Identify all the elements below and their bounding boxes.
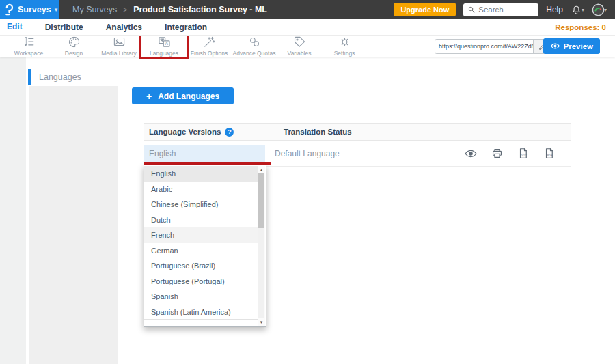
dropdown-option[interactable]: Dutch	[144, 212, 258, 228]
global-search[interactable]	[463, 3, 538, 16]
print-icon[interactable]	[491, 147, 504, 160]
workspace-icon	[23, 36, 36, 48]
svg-text:DOC: DOC	[521, 154, 527, 157]
breadcrumb-current-survey: Product Satisfaction Survey - ML	[133, 5, 267, 14]
svg-text:PDF: PDF	[547, 154, 553, 157]
edit-toolbar: Workspace Design Media Library A Languag…	[0, 36, 615, 57]
tab-edit[interactable]: Edit	[7, 20, 23, 33]
links-icon	[248, 36, 261, 48]
survey-url-value[interactable]: https://questionpro.com/t/AW22Zd1S1	[435, 40, 533, 53]
table-header-row: Language Versions ? Translation Status	[144, 123, 571, 141]
language-option-list: English Arabic Chinese (Simplified) Dutc…	[144, 166, 258, 320]
doc-icon[interactable]: DOC	[517, 147, 530, 160]
product-name: Surveys	[18, 5, 51, 14]
dropdown-option[interactable]: English	[144, 166, 258, 182]
dropdown-bottom-strip	[144, 319, 258, 326]
breadcrumb-separator: >	[123, 6, 127, 14]
preview-button[interactable]: Preview	[543, 38, 600, 54]
language-dropdown: English Arabic Chinese (Simplified) Dutc…	[144, 165, 266, 327]
scroll-up-icon[interactable]: ▲	[258, 166, 265, 173]
toolbar-item-media-library[interactable]: Media Library	[96, 36, 141, 57]
questionpro-logo-icon	[4, 3, 14, 16]
help-tooltip-icon[interactable]: ?	[225, 128, 234, 137]
dropdown-option[interactable]: Portuguese (Brazil)	[144, 258, 258, 274]
toolbar-item-languages[interactable]: A Languages	[141, 36, 187, 57]
languages-sidebar	[29, 86, 118, 364]
page-title: Languages	[31, 69, 81, 85]
notifications-menu[interactable]: ▾	[571, 4, 584, 16]
account-menu[interactable]: ▾	[592, 3, 607, 16]
wand-icon	[203, 36, 216, 48]
scrollbar-thumb[interactable]	[258, 173, 264, 228]
tab-integration[interactable]: Integration	[165, 21, 207, 33]
translation-status-value: Default Language	[275, 149, 340, 158]
tag-icon	[293, 36, 306, 48]
topbar-right-group: Upgrade Now Help ▾ ▾	[394, 3, 615, 16]
chevron-down-icon: ▾	[604, 7, 607, 13]
dropdown-option[interactable]: French	[144, 227, 258, 243]
tab-distribute[interactable]: Distribute	[45, 21, 83, 33]
chevron-down-icon: ▾	[582, 7, 584, 13]
help-link[interactable]: Help	[546, 5, 563, 14]
tab-analytics[interactable]: Analytics	[106, 21, 142, 33]
upgrade-now-button[interactable]: Upgrade Now	[394, 3, 456, 16]
scroll-down-icon[interactable]: ▼	[258, 318, 265, 326]
dropdown-option[interactable]: Spanish (Latin America)	[144, 305, 258, 320]
dropdown-scrollbar[interactable]: ▲ ▼	[258, 166, 265, 326]
chevron-down-icon: ▾	[55, 6, 58, 13]
language-select-input[interactable]	[144, 145, 265, 162]
dropdown-option[interactable]: Spanish	[144, 289, 258, 305]
column-header-translation-status: Translation Status	[273, 128, 352, 136]
eye-icon[interactable]	[464, 147, 478, 160]
eye-icon	[550, 41, 560, 51]
search-input[interactable]	[478, 5, 534, 14]
toolbar-item-design[interactable]: Design	[51, 36, 96, 57]
survey-url-field: https://questionpro.com/t/AW22Zd1S1	[435, 39, 551, 54]
row-action-buttons: DOC PDF	[464, 147, 571, 160]
toolbar-item-advance-quotas[interactable]: Advance Quotas	[232, 36, 277, 57]
toolbar-item-variables[interactable]: Variables	[277, 36, 322, 57]
product-switcher[interactable]: Surveys ▾	[0, 0, 59, 19]
toolbar-item-workspace[interactable]: Workspace	[6, 36, 51, 57]
palette-icon	[68, 36, 81, 48]
gear-icon	[338, 36, 351, 48]
scrollbar-track[interactable]	[258, 173, 264, 318]
column-header-language-versions: Language Versions ?	[144, 128, 273, 137]
toolbar-item-finish-options[interactable]: Finish Options	[187, 36, 232, 57]
translate-icon: A	[158, 36, 171, 48]
top-bar: Surveys ▾ My Surveys > Product Satisfact…	[0, 0, 615, 19]
dropdown-option[interactable]: Chinese (Simplified)	[144, 197, 258, 212]
dropdown-option[interactable]: Arabic	[144, 182, 258, 197]
avatar	[592, 3, 605, 16]
section-header: Languages	[28, 69, 81, 85]
bell-icon	[571, 4, 582, 16]
toolbar-item-settings[interactable]: Settings	[322, 36, 367, 57]
add-languages-button[interactable]: + Add Languages	[132, 87, 234, 104]
breadcrumb-parent[interactable]: My Surveys	[72, 5, 117, 14]
left-gutter	[0, 57, 26, 364]
dropdown-option[interactable]: Portuguese (Portugal)	[144, 274, 258, 290]
language-versions-table: Language Versions ? Translation Status D…	[144, 123, 571, 167]
plus-icon: +	[146, 92, 152, 101]
search-icon	[467, 5, 476, 14]
pdf-icon[interactable]: PDF	[543, 147, 556, 160]
survey-nav-bar: Edit Distribute Analytics Integration Re…	[0, 19, 615, 36]
responses-count[interactable]: Responses: 0	[555, 23, 615, 31]
image-icon	[113, 36, 126, 48]
table-row: Default Language DOC PDF	[144, 141, 571, 167]
dropdown-option[interactable]: German	[144, 243, 258, 259]
